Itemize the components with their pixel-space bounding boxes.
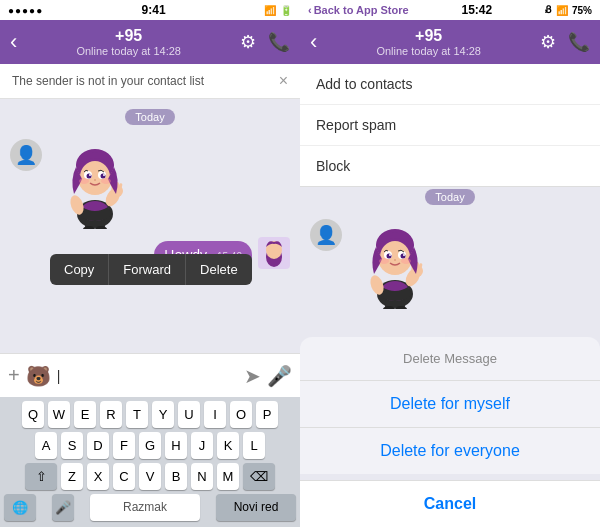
svg-point-46 bbox=[401, 254, 406, 259]
right-battery-icon: 75% bbox=[572, 5, 592, 16]
delete-for-everyone-button[interactable]: Delete for everyone bbox=[300, 428, 600, 474]
right-back-button[interactable]: ‹ bbox=[310, 29, 317, 55]
key-z[interactable]: Z bbox=[61, 463, 83, 490]
key-w[interactable]: W bbox=[48, 401, 70, 428]
left-settings-icon[interactable]: ⚙ bbox=[240, 31, 256, 53]
dropdown-report-spam[interactable]: Report spam bbox=[300, 105, 600, 146]
left-keyboard: Q W E R T Y U I O P A S D F G H J K L ⇧ … bbox=[0, 397, 300, 527]
left-text-input[interactable] bbox=[57, 368, 238, 384]
delete-modal-title: Delete Message bbox=[300, 337, 600, 381]
left-input-right-icons: ➤ 🎤 bbox=[244, 364, 292, 388]
left-notification-close[interactable]: × bbox=[279, 72, 288, 90]
key-e[interactable]: E bbox=[74, 401, 96, 428]
key-s[interactable]: S bbox=[61, 432, 83, 459]
key-i[interactable]: I bbox=[204, 401, 226, 428]
key-t[interactable]: T bbox=[126, 401, 148, 428]
key-v[interactable]: V bbox=[139, 463, 161, 490]
back-appstore-link[interactable]: ‹ Back to App Store bbox=[308, 4, 409, 16]
key-p[interactable]: P bbox=[256, 401, 278, 428]
plus-icon[interactable]: + bbox=[8, 364, 20, 387]
key-g[interactable]: G bbox=[139, 432, 161, 459]
left-contact-name: +95 bbox=[115, 27, 142, 45]
key-b[interactable]: B bbox=[165, 463, 187, 490]
delete-modal-box: Delete Message Delete for myself Delete … bbox=[300, 337, 600, 474]
right-time: 15:42 bbox=[461, 3, 492, 17]
key-backspace[interactable]: ⌫ bbox=[243, 463, 275, 490]
right-delete-modal: Delete Message Delete for myself Delete … bbox=[300, 337, 600, 527]
svg-point-42 bbox=[380, 241, 410, 273]
battery-icon: 🔋 bbox=[280, 5, 292, 16]
send-icon[interactable]: ➤ bbox=[244, 364, 261, 388]
right-avatar: 👤 bbox=[310, 219, 342, 251]
right-avatar-icon: 👤 bbox=[315, 224, 337, 246]
key-j[interactable]: J bbox=[191, 432, 213, 459]
key-r[interactable]: R bbox=[100, 401, 122, 428]
key-a[interactable]: A bbox=[35, 432, 57, 459]
right-sticker-container: 👤 bbox=[300, 215, 600, 313]
bubble-sticker-thumb bbox=[258, 237, 290, 269]
bluetooth-icon: Ᏸ bbox=[545, 4, 552, 16]
keyboard-row-3: ⇧ Z X C V B N M ⌫ bbox=[0, 459, 300, 490]
right-status-right: Ᏸ 📶 75% bbox=[545, 4, 592, 16]
context-forward-button[interactable]: Forward bbox=[109, 254, 186, 285]
keyboard-row-1: Q W E R T Y U I O P bbox=[0, 397, 300, 428]
key-h[interactable]: H bbox=[165, 432, 187, 459]
mic-icon[interactable]: 🎤 bbox=[267, 364, 292, 388]
right-header: ‹ +95 Online today at 14:28 ⚙ 📞 bbox=[300, 20, 600, 64]
context-copy-button[interactable]: Copy bbox=[50, 254, 109, 285]
left-notification-text: The sender is not in your contact list bbox=[12, 74, 204, 88]
chevron-left-icon: ‹ bbox=[308, 4, 312, 16]
key-u[interactable]: U bbox=[178, 401, 200, 428]
key-space[interactable]: Razmak bbox=[90, 494, 200, 521]
svg-point-48 bbox=[403, 254, 405, 256]
right-call-icon[interactable]: 📞 bbox=[568, 31, 590, 53]
key-l[interactable]: L bbox=[243, 432, 265, 459]
left-header-icons: ⚙ 📞 bbox=[240, 31, 290, 53]
right-header-info: +95 Online today at 14:28 bbox=[325, 27, 532, 57]
key-o[interactable]: O bbox=[230, 401, 252, 428]
emoji-icon[interactable]: 🐻 bbox=[26, 364, 51, 388]
key-q[interactable]: Q bbox=[22, 401, 44, 428]
right-sticker-image bbox=[350, 219, 440, 309]
left-status-bar: ●●●●● 9:41 📶 🔋 bbox=[0, 0, 300, 20]
left-call-icon[interactable]: 📞 bbox=[268, 31, 290, 53]
right-today-badge: Today bbox=[425, 189, 474, 205]
svg-point-18 bbox=[87, 174, 92, 179]
delete-cancel-button[interactable]: Cancel bbox=[300, 480, 600, 527]
key-m[interactable]: M bbox=[217, 463, 239, 490]
left-avatar: 👤 bbox=[10, 139, 42, 171]
svg-point-24 bbox=[101, 178, 111, 184]
key-d[interactable]: D bbox=[87, 432, 109, 459]
left-sticker-image bbox=[50, 139, 140, 229]
delete-for-myself-button[interactable]: Delete for myself bbox=[300, 381, 600, 428]
key-c[interactable]: C bbox=[113, 463, 135, 490]
key-k[interactable]: K bbox=[217, 432, 239, 459]
dropdown-block[interactable]: Block bbox=[300, 146, 600, 186]
right-panel: ‹ Back to App Store 15:42 Ᏸ 📶 75% ‹ +95 … bbox=[300, 0, 600, 527]
svg-point-23 bbox=[79, 178, 89, 184]
right-status-bar: ‹ Back to App Store 15:42 Ᏸ 📶 75% bbox=[300, 0, 600, 20]
svg-point-15 bbox=[80, 161, 110, 193]
key-mic-kb[interactable]: 🎤 bbox=[52, 494, 74, 521]
signal-icon: ●●●●● bbox=[8, 5, 43, 16]
right-contact-name: +95 bbox=[415, 27, 442, 45]
key-x[interactable]: X bbox=[87, 463, 109, 490]
left-input-area: + 🐻 ➤ 🎤 bbox=[0, 353, 300, 397]
left-back-button[interactable]: ‹ bbox=[10, 29, 17, 55]
right-settings-icon[interactable]: ⚙ bbox=[540, 31, 556, 53]
key-f[interactable]: F bbox=[113, 432, 135, 459]
left-notification-bar: The sender is not in your contact list × bbox=[0, 64, 300, 99]
key-n[interactable]: N bbox=[191, 463, 213, 490]
context-delete-button[interactable]: Delete bbox=[186, 254, 252, 285]
dropdown-add-contacts[interactable]: Add to contacts bbox=[300, 64, 600, 105]
left-header: ‹ +95 Online today at 14:28 ⚙ 📞 bbox=[0, 20, 300, 64]
svg-point-22 bbox=[94, 179, 96, 181]
key-y[interactable]: Y bbox=[152, 401, 174, 428]
key-return[interactable]: Novi red bbox=[216, 494, 296, 521]
wifi-icon: 📶 bbox=[264, 5, 276, 16]
avatar-person-icon: 👤 bbox=[15, 144, 37, 166]
svg-point-47 bbox=[389, 254, 391, 256]
left-header-info: +95 Online today at 14:28 bbox=[25, 27, 232, 57]
key-shift[interactable]: ⇧ bbox=[25, 463, 57, 490]
key-globe[interactable]: 🌐 bbox=[4, 494, 36, 521]
